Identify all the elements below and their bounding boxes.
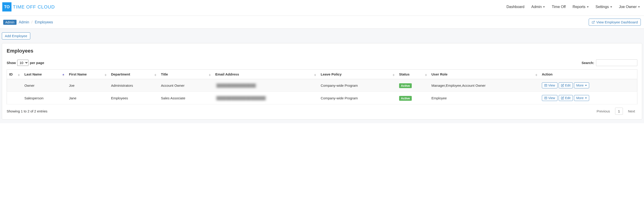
breadcrumb-sep: / bbox=[32, 20, 32, 24]
search-input[interactable] bbox=[596, 60, 637, 66]
cell-id bbox=[7, 92, 22, 104]
view-button[interactable]: View bbox=[542, 95, 558, 101]
pagination-page-1[interactable]: 1 bbox=[615, 108, 623, 115]
add-employee-button[interactable]: Add Employee bbox=[2, 32, 30, 40]
employees-panel: Employees Show 10 per page Search: ID La… bbox=[2, 43, 642, 120]
nav-settings-label: Settings bbox=[596, 5, 609, 9]
cell-user-role: Employee bbox=[429, 92, 540, 104]
search-control: Search: bbox=[582, 60, 637, 66]
blurred-email: ████████████████ bbox=[215, 83, 257, 88]
pagination: Previous 1 Next bbox=[594, 108, 637, 115]
view-employee-dashboard-button[interactable]: View Employee Dashboard bbox=[589, 18, 641, 26]
view-button[interactable]: View bbox=[542, 82, 558, 88]
col-user-role[interactable]: User Role bbox=[429, 70, 540, 79]
cell-email: ████████████████ bbox=[213, 79, 318, 92]
nav-user-label: Joe Owner bbox=[619, 5, 637, 9]
nav-admin-label: Admin bbox=[531, 5, 542, 9]
col-email[interactable]: Email Address bbox=[213, 70, 318, 79]
breadcrumb-employees-link[interactable]: Employees bbox=[35, 20, 53, 24]
chevron-down-icon bbox=[638, 6, 640, 8]
view-label: View bbox=[548, 96, 555, 100]
breadcrumb-admin-link[interactable]: Admin bbox=[19, 20, 29, 24]
edit-label: Edit bbox=[565, 84, 570, 87]
show-label-after: per page bbox=[30, 61, 44, 65]
chevron-down-icon bbox=[543, 6, 545, 8]
list-icon bbox=[544, 84, 548, 87]
edit-icon bbox=[561, 84, 564, 87]
nav-settings[interactable]: Settings bbox=[596, 5, 612, 9]
cell-leave-policy: Company-wide Program bbox=[318, 92, 396, 104]
status-badge: Active bbox=[399, 96, 412, 101]
cell-first-name: Joe bbox=[66, 79, 108, 92]
col-status[interactable]: Status bbox=[397, 70, 429, 79]
chevron-down-icon bbox=[587, 6, 589, 8]
cell-user-role: Manager,Employee,Account Owner bbox=[429, 79, 540, 92]
logo[interactable]: TO TIME OFF CLOUD bbox=[2, 2, 55, 12]
chevron-down-icon bbox=[610, 6, 612, 8]
panel-title: Employees bbox=[7, 48, 637, 54]
more-label: More bbox=[576, 96, 584, 100]
nav-links: Dashboard Admin Time Off Reports Setting… bbox=[506, 5, 640, 9]
nav-reports-label: Reports bbox=[572, 5, 586, 9]
nav-user-menu[interactable]: Joe Owner bbox=[619, 5, 640, 9]
pagination-next[interactable]: Next bbox=[626, 108, 637, 114]
table-footer: Showing 1 to 2 of 2 entries Previous 1 N… bbox=[7, 108, 637, 115]
view-label: View bbox=[548, 84, 555, 87]
col-title[interactable]: Title bbox=[158, 70, 213, 79]
nav-admin[interactable]: Admin bbox=[531, 5, 545, 9]
view-dashboard-label: View Employee Dashboard bbox=[596, 20, 638, 24]
logo-text: TIME OFF CLOUD bbox=[13, 4, 55, 10]
edit-button[interactable]: Edit bbox=[558, 95, 573, 101]
nav-timeoff[interactable]: Time Off bbox=[552, 5, 566, 9]
navbar: TO TIME OFF CLOUD Dashboard Admin Time O… bbox=[0, 0, 644, 16]
logo-box: TO bbox=[2, 2, 12, 12]
more-label: More bbox=[576, 84, 584, 87]
page-body: Add Employee Employees Show 10 per page … bbox=[0, 29, 644, 123]
chevron-down-icon bbox=[585, 98, 587, 99]
chevron-down-icon bbox=[585, 85, 587, 86]
table-header-row: ID Last Name First Name Department Title… bbox=[7, 70, 637, 79]
more-button[interactable]: More bbox=[574, 95, 589, 101]
cell-title: Sales Associate bbox=[158, 92, 213, 104]
list-icon bbox=[544, 96, 548, 100]
cell-first-name: Jane bbox=[66, 92, 108, 104]
cell-title: Account Owner bbox=[158, 79, 213, 92]
status-badge: Active bbox=[399, 83, 412, 88]
cell-leave-policy: Company-wide Program bbox=[318, 79, 396, 92]
cell-status: Active bbox=[397, 79, 429, 92]
breadcrumb-bar: Admin Admin / Employees View Employee Da… bbox=[0, 16, 644, 29]
col-action: Action bbox=[540, 70, 637, 79]
cell-email: ████████████████████ bbox=[213, 92, 318, 104]
col-department[interactable]: Department bbox=[109, 70, 159, 79]
cell-last-name: Salesperson bbox=[22, 92, 66, 104]
nav-dashboard[interactable]: Dashboard bbox=[506, 5, 524, 9]
cell-last-name: Owner bbox=[22, 79, 66, 92]
cell-action: View Edit More bbox=[540, 92, 637, 104]
breadcrumb-badge: Admin bbox=[3, 20, 16, 25]
edit-button[interactable]: Edit bbox=[558, 82, 573, 88]
external-link-icon bbox=[592, 21, 595, 24]
cell-action: View Edit More bbox=[540, 79, 637, 92]
cell-status: Active bbox=[397, 92, 429, 104]
employees-table: ID Last Name First Name Department Title… bbox=[7, 69, 637, 104]
edit-icon bbox=[561, 96, 564, 100]
col-last-name[interactable]: Last Name bbox=[22, 70, 66, 79]
cell-department: Administrators bbox=[109, 79, 159, 92]
table-info: Showing 1 to 2 of 2 entries bbox=[7, 109, 48, 113]
nav-reports[interactable]: Reports bbox=[572, 5, 589, 9]
col-leave-policy[interactable]: Leave Policy bbox=[318, 70, 396, 79]
more-button[interactable]: More bbox=[574, 82, 589, 88]
search-label: Search: bbox=[582, 61, 594, 65]
edit-label: Edit bbox=[565, 96, 570, 100]
show-label-before: Show bbox=[7, 61, 16, 65]
col-id[interactable]: ID bbox=[7, 70, 22, 79]
col-first-name[interactable]: First Name bbox=[66, 70, 108, 79]
svg-line-0 bbox=[593, 21, 594, 22]
per-page-select[interactable]: 10 bbox=[17, 60, 28, 66]
pagination-prev[interactable]: Previous bbox=[594, 108, 612, 114]
table-controls: Show 10 per page Search: bbox=[7, 60, 637, 66]
show-per-page-control: Show 10 per page bbox=[7, 60, 44, 66]
breadcrumb: Admin Admin / Employees bbox=[3, 20, 53, 25]
table-row: Salesperson Jane Employees Sales Associa… bbox=[7, 92, 637, 104]
blurred-email: ████████████████████ bbox=[215, 96, 267, 100]
